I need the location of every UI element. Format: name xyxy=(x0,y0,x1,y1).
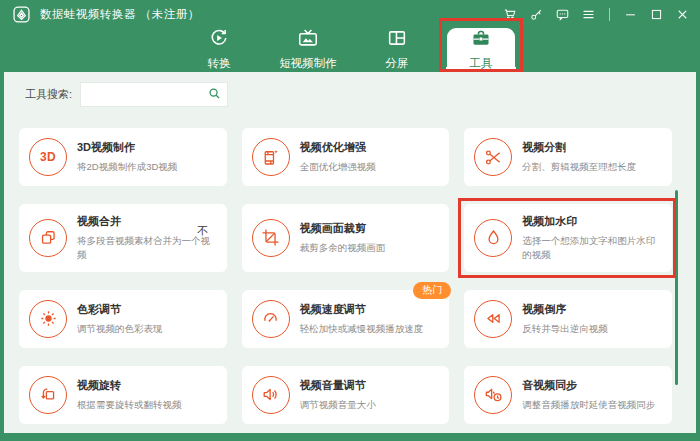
crop-icon xyxy=(252,219,290,257)
card-title: 视频倒序 xyxy=(522,302,608,317)
tool-card[interactable]: 3D3D视频制作将2D视频制作成3D视频 xyxy=(19,128,227,186)
tool-card[interactable]: 音视频同步调整音频播放时延使音视频同步 xyxy=(464,366,672,424)
maximize-icon[interactable] xyxy=(649,7,664,22)
card-text: 视频分割分割、剪辑视频至理想长度 xyxy=(522,140,636,174)
card-description: 根据需要旋转或翻转视频 xyxy=(77,398,182,412)
card-text: 视频旋转根据需要旋转或翻转视频 xyxy=(77,378,182,412)
card-text: 视频倒序反转并导出逆向视频 xyxy=(522,302,608,336)
merge-icon xyxy=(29,219,67,257)
tool-grid: 3D3D视频制作将2D视频制作成3D视频视频优化增强全面优化增强视频视频分割分割… xyxy=(19,128,672,424)
tab-label: 工具 xyxy=(469,56,492,71)
volume-icon xyxy=(252,376,290,414)
hot-badge: 热门 xyxy=(413,282,451,299)
register-status: （未注册） xyxy=(140,8,200,20)
card-title: 视频旋转 xyxy=(77,378,182,393)
card-text: 视频合并将多段音视频素材合并为一个视频 xyxy=(77,214,217,262)
card-text: 视频优化增强全面优化增强视频 xyxy=(300,140,376,174)
close-icon[interactable] xyxy=(675,7,690,22)
app-window: { "colors": { "brand_green": "#3A9163", … xyxy=(0,0,700,441)
card-text: 视频加水印选择一个想添加文字和图片水印的视频 xyxy=(522,214,662,262)
color-icon xyxy=(29,300,67,338)
tool-3d-icon: 3D xyxy=(29,138,67,176)
rotate-icon xyxy=(29,376,67,414)
tool-search-row: 工具搜索: xyxy=(19,82,672,106)
card-description: 分割、剪辑视频至理想长度 xyxy=(522,160,636,174)
tool-card[interactable]: 视频旋转根据需要旋转或翻转视频 xyxy=(19,366,227,424)
card-description: 轻松加快或减慢视频播放速度 xyxy=(300,322,424,336)
search-box xyxy=(80,82,228,107)
card-description: 选择一个想添加文字和图片水印的视频 xyxy=(522,234,662,262)
tools-icon xyxy=(470,27,492,53)
tool-card[interactable]: 视频画面裁剪裁剪多余的视频画面 xyxy=(242,204,450,272)
card-description: 将多段音视频素材合并为一个视频 xyxy=(77,234,217,262)
card-title: 3D视频制作 xyxy=(77,140,177,155)
card-title: 视频音量调节 xyxy=(300,378,376,393)
card-title: 色彩调节 xyxy=(77,302,163,317)
card-text: 视频音量调节调节视频音量大小 xyxy=(300,378,376,412)
split-screen-icon xyxy=(386,27,408,53)
watermark-icon xyxy=(474,219,512,257)
titlebar-actions xyxy=(503,7,690,22)
short-video-icon xyxy=(297,27,319,53)
card-text: 音视频同步调整音频播放时延使音视频同步 xyxy=(522,378,655,412)
tab-label: 分屏 xyxy=(385,56,408,71)
app-logo-icon xyxy=(12,5,31,24)
scissors-icon xyxy=(474,138,512,176)
tool-card[interactable]: 视频倒序反转并导出逆向视频 xyxy=(464,290,672,348)
tab-label: 短视频制作 xyxy=(279,56,337,71)
card-description: 调节视频音量大小 xyxy=(300,398,376,412)
card-description: 反转并导出逆向视频 xyxy=(522,322,608,336)
tool-card[interactable]: 色彩调节调节视频的色彩表现 xyxy=(19,290,227,348)
app-title: 数据蛙视频转换器 （未注册） xyxy=(40,7,200,22)
feedback-icon[interactable] xyxy=(555,7,570,22)
card-title: 视频优化增强 xyxy=(300,140,376,155)
card-text: 色彩调节调节视频的色彩表现 xyxy=(77,302,163,336)
minimize-icon[interactable] xyxy=(623,7,638,22)
speed-icon xyxy=(252,300,290,338)
reverse-icon xyxy=(474,300,512,338)
convert-icon xyxy=(208,27,230,53)
main-tabbar: 转换短视频制作分屏工具 xyxy=(0,28,700,72)
card-title: 视频速度调节 xyxy=(300,302,424,317)
enhance-icon xyxy=(252,138,290,176)
tab-label: 转换 xyxy=(208,56,231,71)
card-title: 视频分割 xyxy=(522,140,636,155)
card-title: 视频合并 xyxy=(77,214,217,229)
card-title: 视频加水印 xyxy=(522,214,662,229)
search-icon[interactable] xyxy=(207,86,222,101)
register-key-icon[interactable] xyxy=(529,7,544,22)
tool-card[interactable]: 视频优化增强全面优化增强视频 xyxy=(242,128,450,186)
cart-icon[interactable] xyxy=(503,7,518,22)
tool-card[interactable]: 视频音量调节调节视频音量大小 xyxy=(242,366,450,424)
card-description: 裁剪多余的视频画面 xyxy=(300,241,386,255)
tab-split-screen[interactable]: 分屏 xyxy=(363,28,431,72)
card-text: 3D视频制作将2D视频制作成3D视频 xyxy=(77,140,177,174)
tool-card[interactable]: 视频加水印选择一个想添加文字和图片水印的视频 xyxy=(464,204,672,272)
card-description: 全面优化增强视频 xyxy=(300,160,376,174)
card-title: 音视频同步 xyxy=(522,378,655,393)
tab-short-video[interactable]: 短视频制作 xyxy=(269,28,347,72)
card-description: 调整音频播放时延使音视频同步 xyxy=(522,398,655,412)
tab-convert[interactable]: 转换 xyxy=(185,28,253,72)
tool-card[interactable]: 视频合并将多段音视频素材合并为一个视频 xyxy=(19,204,227,272)
tool-card[interactable]: 视频速度调节轻松加快或减慢视频播放速度热门 xyxy=(242,290,450,348)
card-description: 将2D视频制作成3D视频 xyxy=(77,160,177,174)
card-title: 视频画面裁剪 xyxy=(300,221,386,236)
card-description: 调节视频的色彩表现 xyxy=(77,322,163,336)
card-text: 视频画面裁剪裁剪多余的视频画面 xyxy=(300,221,386,255)
audio-sync-icon xyxy=(474,376,512,414)
vertical-scrollbar-thumb[interactable] xyxy=(675,190,678,385)
menu-icon[interactable] xyxy=(581,7,596,22)
card-text: 视频速度调节轻松加快或减慢视频播放速度 xyxy=(300,302,424,336)
titlebar-divider xyxy=(609,8,610,21)
tool-search-input[interactable] xyxy=(80,82,228,107)
search-label: 工具搜索: xyxy=(25,87,72,102)
stray-character: 不 xyxy=(197,224,208,239)
tool-card[interactable]: 视频分割分割、剪辑视频至理想长度 xyxy=(464,128,672,186)
tools-panel: 工具搜索: 3D3D视频制作将2D视频制作成3D视频视频优化增强全面优化增强视频… xyxy=(4,72,696,433)
titlebar: 数据蛙视频转换器 （未注册） xyxy=(0,0,700,28)
tab-tools[interactable]: 工具 xyxy=(447,28,515,72)
